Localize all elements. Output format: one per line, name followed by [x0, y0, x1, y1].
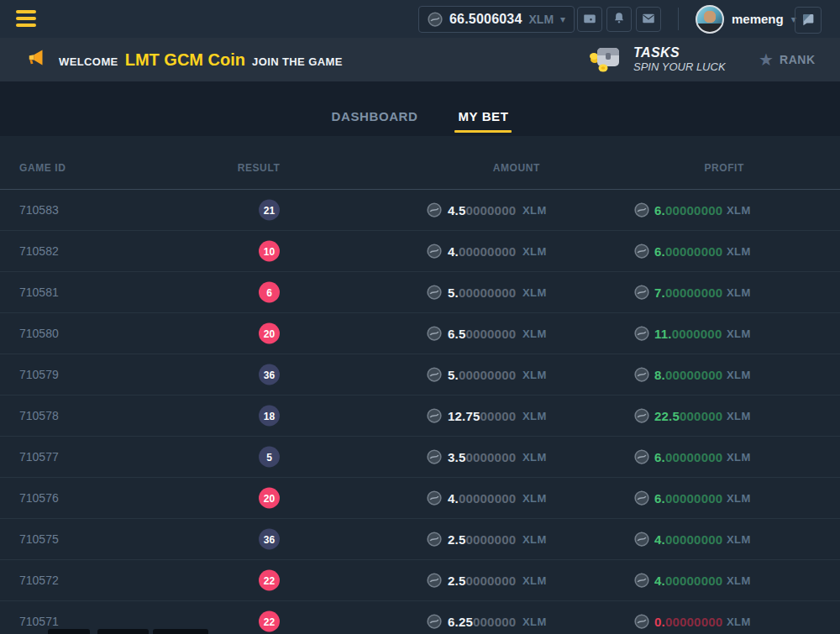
- tasks-title: TASKS: [633, 45, 726, 60]
- stellar-coin-icon: [427, 367, 442, 382]
- result-badge: 22: [259, 570, 280, 591]
- table-row: 710580 20 6.50000000 XLM 11.0000000 XLM: [0, 313, 840, 354]
- footer-peek: [0, 630, 840, 634]
- mail-icon: [641, 11, 656, 29]
- column-header-result: RESULT: [238, 162, 281, 174]
- profit-value: 4.00000000: [654, 574, 722, 588]
- welcome-prefix: WELCOME: [59, 55, 118, 68]
- table-row: 710575 36 2.50000000 XLM 4.00000000 XLM: [0, 519, 840, 560]
- avatar: [696, 5, 724, 34]
- notifications-button[interactable]: [606, 7, 632, 32]
- balance-amount: 66.5006034: [449, 12, 522, 27]
- amount-currency: XLM: [522, 204, 547, 217]
- profit-currency: XLM: [727, 616, 751, 628]
- topbar-divider: [678, 8, 679, 30]
- balance-selector[interactable]: 66.5006034 XLM ▾: [418, 6, 575, 33]
- stellar-coin-icon: [427, 202, 442, 217]
- profit-currency: XLM: [727, 492, 751, 505]
- table-row: 710576 20 4.00000000 XLM 6.00000000 XLM: [0, 478, 840, 519]
- profit-value: 6.00000000: [654, 491, 722, 506]
- game-id: 710578: [19, 409, 59, 422]
- amount-currency: XLM: [522, 451, 547, 464]
- amount-currency: XLM: [522, 245, 547, 258]
- tab-dashboard[interactable]: DASHBOARD: [330, 81, 420, 136]
- result-badge: 22: [259, 611, 280, 632]
- stellar-coin-icon: [634, 202, 649, 217]
- result-badge: 20: [259, 323, 280, 344]
- game-id: 710571: [19, 615, 59, 628]
- profit-currency: XLM: [727, 204, 751, 217]
- stellar-coin-icon: [634, 244, 649, 259]
- column-header-profit: PROFIT: [704, 162, 744, 174]
- welcome-message: WELCOME LMT GCM Coin JOIN THE GAME: [24, 38, 343, 81]
- menu-icon[interactable]: [16, 10, 36, 27]
- game-id: 710580: [19, 327, 59, 340]
- stellar-coin-icon: [634, 285, 649, 300]
- amount-value: 12.7500000: [448, 409, 516, 423]
- amount-currency: XLM: [522, 616, 547, 628]
- star-icon: ★: [759, 51, 774, 68]
- table-row: 710581 6 5.00000000 XLM 7.00000000 XLM: [0, 272, 840, 313]
- profit-value: 4.00000000: [654, 532, 722, 547]
- stellar-coin-icon: [427, 244, 442, 259]
- game-id: 710572: [19, 574, 59, 587]
- stellar-coin-icon: [427, 532, 442, 547]
- table-header: GAME ID RESULT AMOUNT PROFIT: [0, 136, 840, 190]
- amount-currency: XLM: [522, 574, 547, 587]
- chat-button[interactable]: [795, 7, 822, 34]
- tasks-subtitle: SPIN YOUR LUCK: [633, 61, 726, 74]
- mail-button[interactable]: [636, 7, 661, 32]
- welcome-coin-name: LMT GCM Coin: [125, 50, 245, 70]
- profit-currency: XLM: [727, 574, 751, 587]
- user-menu[interactable]: memeng ▾: [696, 0, 796, 38]
- profit-currency: XLM: [727, 410, 751, 422]
- wallet-icon: [582, 11, 597, 29]
- profit-currency: XLM: [727, 286, 751, 299]
- profit-currency: XLM: [727, 327, 751, 340]
- table-row: 710582 10 4.00000000 XLM 6.00000000 XLM: [0, 231, 840, 272]
- amount-value: 4.00000000: [448, 244, 516, 259]
- chevron-down-icon: ▾: [560, 14, 565, 24]
- amount-value: 4.00000000: [448, 491, 516, 506]
- rank-button[interactable]: ★ RANK: [759, 38, 816, 81]
- result-badge: 6: [259, 282, 280, 303]
- profit-currency: XLM: [727, 533, 751, 546]
- column-header-game-id: GAME ID: [19, 162, 66, 174]
- wallet-button[interactable]: [577, 7, 602, 32]
- topbar: 66.5006034 XLM ▾ memeng ▾: [0, 0, 840, 38]
- stellar-coin-icon: [634, 614, 649, 629]
- table-row: 710583 21 4.50000000 XLM 6.00000000 XLM: [0, 190, 840, 231]
- amount-value: 4.50000000: [448, 203, 516, 217]
- result-badge: 36: [259, 529, 280, 550]
- rank-label: RANK: [780, 53, 816, 66]
- profit-currency: XLM: [727, 369, 751, 381]
- game-id: 710577: [19, 450, 59, 464]
- tasks-button[interactable]: TASKS SPIN YOUR LUCK: [586, 38, 726, 81]
- amount-currency: XLM: [522, 492, 547, 505]
- stellar-coin-icon: [634, 532, 649, 547]
- game-id: 710582: [19, 244, 59, 258]
- stellar-coin-icon: [427, 285, 442, 300]
- stellar-coin-icon: [634, 490, 649, 506]
- amount-value: 2.50000000: [448, 574, 516, 588]
- amount-value: 5.00000000: [448, 368, 516, 382]
- tab-my-bet[interactable]: MY BET: [456, 81, 510, 136]
- amount-value: 2.50000000: [448, 532, 516, 547]
- username: memeng: [732, 12, 784, 26]
- amount-value: 6.25000000: [448, 615, 516, 629]
- game-id: 710581: [19, 286, 59, 299]
- result-badge: 10: [259, 241, 280, 262]
- amount-value: 3.50000000: [448, 450, 516, 464]
- stellar-coin-icon: [634, 449, 649, 464]
- result-badge: 20: [259, 488, 280, 509]
- profit-value: 6.00000000: [654, 450, 722, 464]
- amount-value: 5.00000000: [448, 286, 516, 300]
- amount-currency: XLM: [522, 286, 547, 299]
- table-row: 710579 36 5.00000000 XLM 8.00000000 XLM: [0, 354, 840, 396]
- welcome-suffix: JOIN THE GAME: [252, 55, 343, 68]
- stellar-coin-icon: [634, 367, 649, 382]
- stellar-coin-icon: [427, 449, 442, 464]
- stellar-coin-icon: [634, 408, 649, 423]
- stellar-coin-icon: [428, 12, 443, 27]
- game-id: 710576: [19, 491, 59, 505]
